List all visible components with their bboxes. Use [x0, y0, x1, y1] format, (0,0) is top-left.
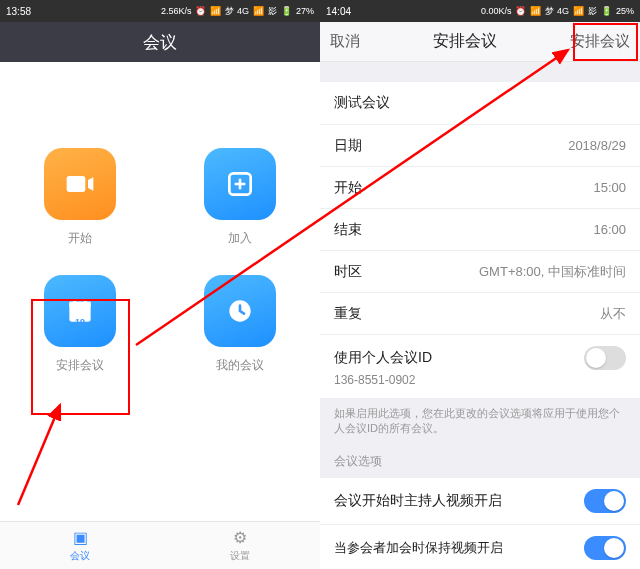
- pmi-note: 如果启用此选项，您在此更改的会议选项将应用于使用您个人会议ID的所有会议。: [320, 398, 640, 445]
- status-battery: 27%: [296, 6, 314, 16]
- clock-icon: [224, 295, 256, 327]
- host-video-toggle[interactable]: [584, 489, 626, 513]
- status-net2: 影: [588, 5, 597, 18]
- cancel-button[interactable]: 取消: [330, 32, 360, 51]
- tab-label: 设置: [230, 549, 250, 563]
- row-date[interactable]: 日期 2018/8/29: [320, 125, 640, 167]
- status-time: 13:58: [6, 6, 31, 17]
- status-net2: 影: [268, 5, 277, 18]
- battery-icon: 🔋: [281, 6, 292, 16]
- status-speed: 2.56K/s: [161, 6, 192, 16]
- video-icon: [64, 168, 96, 200]
- row-host-video[interactable]: 会议开始时主持人视频开启: [320, 478, 640, 525]
- tile-join[interactable]: 加入: [180, 148, 300, 247]
- alarm-icon: ⏰: [515, 6, 526, 16]
- row-start[interactable]: 开始 15:00: [320, 167, 640, 209]
- row-pmi[interactable]: 使用个人会议ID 136-8551-0902: [320, 335, 640, 398]
- screen-home: 13:58 2.56K/s ⏰ 📶 梦 4G 📶 影 🔋 27% 会议 开始: [0, 0, 320, 569]
- tile-label: 我的会议: [216, 357, 264, 374]
- status-speed: 0.00K/s: [481, 6, 512, 16]
- status-net1: 梦 4G: [225, 5, 249, 18]
- status-net1: 梦 4G: [545, 5, 569, 18]
- video-icon: ▣: [73, 528, 88, 547]
- signal-icon: 📶: [573, 6, 584, 16]
- battery-icon: 🔋: [601, 6, 612, 16]
- header-home: 会议: [0, 22, 320, 62]
- tile-start[interactable]: 开始: [20, 148, 140, 247]
- options-title: 会议选项: [320, 445, 640, 478]
- row-end[interactable]: 结束 16:00: [320, 209, 640, 251]
- svg-rect-3: [73, 299, 76, 304]
- tab-label: 会议: [70, 549, 90, 563]
- participant-video-toggle[interactable]: [584, 536, 626, 560]
- plus-icon: [224, 168, 256, 200]
- row-participant-video[interactable]: 当参会者加会时保持视频开启: [320, 525, 640, 569]
- row-timezone[interactable]: 时区 GMT+8:00, 中国标准时间: [320, 251, 640, 293]
- tile-my-meetings[interactable]: 我的会议: [180, 275, 300, 374]
- status-time: 14:04: [326, 6, 351, 17]
- tile-schedule[interactable]: 19 安排会议: [20, 275, 140, 374]
- schedule-form: 测试会议 日期 2018/8/29 开始 15:00 结束 16:00 时区 G…: [320, 62, 640, 569]
- screen-schedule: 14:04 0.00K/s ⏰ 📶 梦 4G 📶 影 🔋 25% 取消 安排会议…: [320, 0, 640, 569]
- tile-label: 开始: [68, 230, 92, 247]
- calendar-day: 19: [75, 317, 85, 327]
- alarm-icon: ⏰: [195, 6, 206, 16]
- status-battery: 25%: [616, 6, 634, 16]
- signal-icon: 📶: [530, 6, 541, 16]
- header-title: 安排会议: [433, 31, 497, 52]
- confirm-schedule-button[interactable]: 安排会议: [570, 32, 630, 51]
- statusbar-left: 13:58 2.56K/s ⏰ 📶 梦 4G 📶 影 🔋 27%: [0, 0, 320, 22]
- gear-icon: ⚙: [233, 528, 247, 547]
- meeting-name-field[interactable]: 测试会议: [320, 82, 640, 124]
- tile-label: 加入: [228, 230, 252, 247]
- tab-meeting[interactable]: ▣ 会议: [0, 522, 160, 569]
- svg-rect-4: [84, 299, 87, 304]
- tabbar: ▣ 会议 ⚙ 设置: [0, 521, 320, 569]
- signal-icon: 📶: [210, 6, 221, 16]
- row-repeat[interactable]: 重复 从不: [320, 293, 640, 335]
- svg-rect-2: [69, 302, 90, 307]
- tile-grid: 开始 加入 19 安排会议 我的会议: [0, 62, 320, 521]
- signal-icon: 📶: [253, 6, 264, 16]
- statusbar-right: 14:04 0.00K/s ⏰ 📶 梦 4G 📶 影 🔋 25%: [320, 0, 640, 22]
- header-schedule: 取消 安排会议 安排会议: [320, 22, 640, 62]
- tab-settings[interactable]: ⚙ 设置: [160, 522, 320, 569]
- pmi-toggle[interactable]: [584, 346, 626, 370]
- meeting-name-value: 测试会议: [334, 94, 390, 112]
- header-title: 会议: [143, 31, 177, 54]
- tile-label: 安排会议: [56, 357, 104, 374]
